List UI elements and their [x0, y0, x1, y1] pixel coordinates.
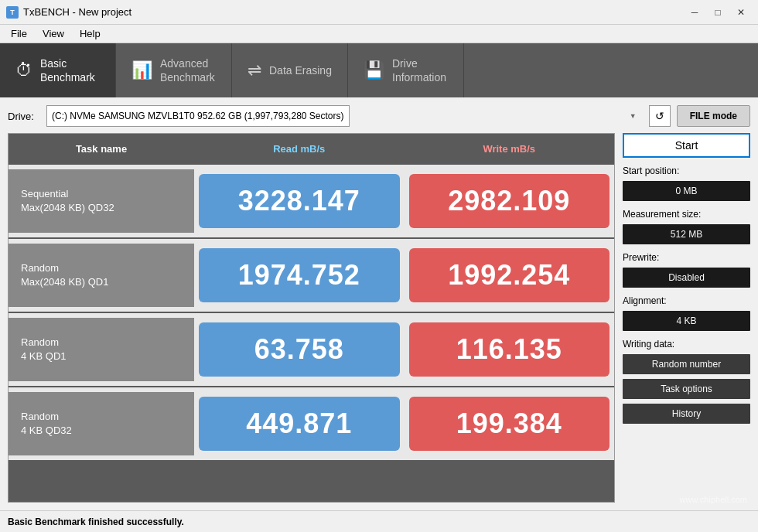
drive-refresh-button[interactable]: ↺ — [649, 105, 671, 127]
alignment-value: 4 KB — [623, 311, 750, 331]
col-header-write: Write mB/s — [405, 143, 615, 155]
drive-select[interactable]: (C:) NVMe SAMSUNG MZVLB1T0 952.62 GB (1,… — [46, 105, 350, 127]
app-icon: T — [6, 6, 19, 19]
chart-icon: 📊 — [131, 60, 152, 80]
tab-drive-information[interactable]: 💾 DriveInformation — [348, 43, 464, 97]
drive-select-wrapper: (C:) NVMe SAMSUNG MZVLB1T0 952.62 GB (1,… — [46, 105, 643, 127]
erase-icon: ⇌ — [248, 60, 261, 80]
drive-icon: 💾 — [364, 60, 384, 80]
tab-erase-label: Data Erasing — [269, 63, 332, 77]
task-options-button[interactable]: Task options — [623, 379, 750, 399]
drive-label: Drive: — [8, 111, 40, 122]
file-mode-button[interactable]: FILE mode — [677, 105, 750, 127]
sidebar: Start Start position: 0 MB Measurement s… — [623, 133, 750, 503]
menu-file[interactable]: File — [3, 26, 35, 41]
table-row: SequentialMax(2048 KB) QD32 3228.147 298… — [9, 163, 614, 237]
bench-name-sequential: SequentialMax(2048 KB) QD32 — [9, 169, 194, 233]
tab-advanced-label: AdvancedBenchmark — [160, 56, 215, 84]
tab-bar: ⏱ BasicBenchmark 📊 AdvancedBenchmark ⇌ D… — [0, 43, 758, 97]
bench-write-random-4k-qd1: 116.135 — [409, 322, 610, 377]
menu-bar: File View Help — [0, 25, 758, 43]
table-header: Task name Read mB/s Write mB/s — [9, 134, 614, 163]
tab-basic-benchmark[interactable]: ⏱ BasicBenchmark — [0, 43, 116, 97]
measurement-size-label: Measurement size: — [623, 209, 750, 220]
bench-name-random-4k-qd1: Random4 KB QD1 — [9, 318, 194, 381]
bench-read-random-4k-qd1: 63.758 — [199, 322, 400, 377]
start-position-label: Start position: — [623, 165, 750, 176]
bench-name-random-4k-qd32: Random4 KB QD32 — [9, 392, 194, 455]
menu-help[interactable]: Help — [72, 26, 108, 41]
drive-selector-row: Drive: (C:) NVMe SAMSUNG MZVLB1T0 952.62… — [8, 105, 750, 127]
status-text: Basic Benchmark finished successfully. — [8, 517, 184, 527]
title-bar: T TxBENCH - New project ─ □ ✕ — [0, 0, 758, 25]
minimize-button[interactable]: ─ — [684, 5, 705, 20]
tab-advanced-benchmark[interactable]: 📊 AdvancedBenchmark — [116, 43, 232, 97]
table-row: Random4 KB QD1 63.758 116.135 — [9, 312, 614, 386]
menu-view[interactable]: View — [35, 26, 72, 41]
bench-write-random-4k-qd32: 199.384 — [409, 397, 610, 451]
bench-name-random-max: RandomMax(2048 KB) QD1 — [9, 244, 194, 307]
benchmark-panel: Task name Read mB/s Write mB/s Sequentia… — [8, 133, 615, 503]
writing-data-button[interactable]: Random number — [623, 354, 750, 374]
main-area: Task name Read mB/s Write mB/s Sequentia… — [8, 133, 750, 503]
prewrite-value: Disabled — [623, 268, 750, 288]
col-header-task: Task name — [9, 143, 194, 155]
content-area: Drive: (C:) NVMe SAMSUNG MZVLB1T0 952.62… — [0, 97, 758, 510]
maximize-button[interactable]: □ — [707, 5, 729, 20]
writing-data-label: Writing data: — [623, 339, 750, 350]
tab-data-erasing[interactable]: ⇌ Data Erasing — [232, 43, 348, 97]
close-button[interactable]: ✕ — [730, 5, 752, 20]
col-header-read: Read mB/s — [194, 143, 405, 155]
table-row: RandomMax(2048 KB) QD1 1974.752 1992.254 — [9, 237, 614, 312]
tab-drive-label: DriveInformation — [392, 56, 446, 84]
alignment-label: Alignment: — [623, 295, 750, 306]
bench-write-random-max: 1992.254 — [409, 248, 610, 302]
bench-read-random-max: 1974.752 — [199, 248, 400, 302]
window-title: TxBENCH - New project — [23, 6, 131, 18]
history-button[interactable]: History — [623, 404, 750, 424]
window-controls: ─ □ ✕ — [684, 5, 752, 20]
status-bar: Basic Benchmark finished successfully. — [0, 510, 758, 532]
tab-basic-label: BasicBenchmark — [40, 56, 95, 84]
bench-read-sequential: 3228.147 — [199, 174, 400, 228]
timer-icon: ⏱ — [15, 60, 32, 80]
start-position-value: 0 MB — [623, 181, 750, 201]
bench-write-sequential: 2982.109 — [409, 174, 610, 228]
start-button[interactable]: Start — [623, 133, 750, 158]
bench-read-random-4k-qd32: 449.871 — [199, 397, 400, 451]
prewrite-label: Prewrite: — [623, 252, 750, 263]
measurement-size-value: 512 MB — [623, 224, 750, 244]
table-row: Random4 KB QD32 449.871 199.384 — [9, 386, 614, 460]
